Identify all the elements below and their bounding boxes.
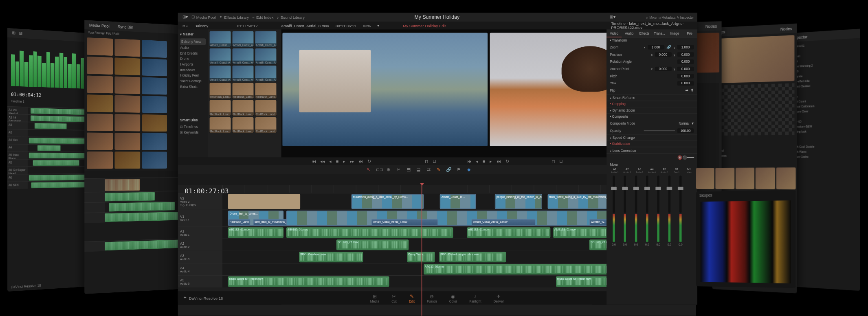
media-pool-toggle[interactable]: ⊡ Media Pool — [191, 15, 216, 20]
brand-label: ✦ DaVinci Resolve 18 — [183, 296, 223, 300]
checker-viewer — [714, 83, 795, 136]
audio-meters — [7, 37, 92, 92]
marker-icon[interactable]: ◆ — [466, 167, 472, 172]
color-clip-strip[interactable] — [696, 167, 796, 189]
section-transform[interactable]: • Transform — [607, 37, 697, 43]
tab-cut[interactable]: ✂Cut — [391, 293, 397, 303]
fusion-viewer — [714, 35, 795, 83]
mixer-panel[interactable]: 0.0 0.0 0.0 0.0 0.0 0.0 0.0 — [607, 173, 697, 248]
dynamic-trim-icon[interactable]: ⊕ — [386, 167, 391, 172]
razor-icon[interactable]: ✎ — [436, 167, 442, 172]
link-icon[interactable]: 🔗 — [446, 167, 452, 172]
tab-edit[interactable]: ✎Edit — [409, 293, 415, 303]
layout-menu-icon[interactable]: ⊞▾ — [182, 15, 188, 20]
clip-thumb[interactable] — [210, 31, 231, 46]
insert-icon[interactable]: ⬒ — [406, 167, 411, 172]
stop-icon[interactable]: ■ — [336, 159, 339, 164]
fairlight-window: ⊞⊟ 01:00:04:12 Timeline 1 A1 VO Neutral … — [7, 28, 92, 292]
media-pool-thumbs[interactable] — [208, 29, 281, 157]
dim-icon[interactable]: ⚫ — [682, 156, 687, 160]
sound-library-toggle[interactable]: ♪ Sound Library — [277, 15, 305, 20]
source-tc: 01:11:58:12 — [237, 24, 257, 28]
step-back-icon[interactable]: ◂◂ — [320, 159, 325, 164]
bin-list[interactable]: ▾ Master Balcony View Audio End Credits … — [178, 29, 208, 157]
cut-window: Media PoolSync Bin Your Footage Feb / Pa… — [84, 20, 180, 294]
match-frame-icon[interactable]: ⊓ — [552, 159, 555, 164]
step-fwd-icon[interactable]: ▸▸ — [350, 159, 354, 164]
play-icon[interactable]: ▸ — [343, 159, 345, 164]
replace-icon[interactable]: ⇄ — [426, 167, 432, 172]
edit-index-toggle[interactable]: ≡ Edit Index — [252, 15, 273, 20]
mute-icon[interactable]: 🔇 — [677, 156, 682, 160]
trim-tool-icon[interactable]: ⊏⊐ — [376, 167, 382, 172]
play-reverse-icon[interactable]: ◂ — [329, 159, 331, 164]
scopes-panel[interactable]: Scopes — [696, 190, 796, 288]
tab-media[interactable]: ⊞Media — [370, 293, 379, 303]
effects-library-toggle[interactable]: ✦ Effects Library — [219, 15, 249, 20]
overwrite-icon[interactable]: ⬓ — [416, 167, 422, 172]
blade-tool-icon[interactable]: ✂ — [396, 167, 402, 172]
loop-icon[interactable]: ↻ — [367, 159, 371, 164]
cut-thumbs[interactable] — [84, 35, 180, 171]
inspector-tab-video[interactable]: Video — [607, 29, 622, 37]
tab-fusion[interactable]: ⊚Fusion — [427, 293, 437, 303]
tab-deliver[interactable]: ✈Deliver — [493, 293, 503, 303]
timeline-clip-name: My Summer Holiday Edit — [403, 24, 446, 28]
playhead[interactable] — [422, 185, 422, 316]
selection-tool-icon[interactable]: ↖ — [366, 167, 371, 172]
tab-fairlight[interactable]: ♪Fairlight — [469, 293, 481, 303]
inspector-panel: ⊞▾⎚ Mixer ⊡ Metadata ✎ Inspector Timelin… — [607, 13, 697, 305]
inspector-window-right: Inspector Version 01 Default Input Hyper… — [787, 29, 860, 291]
prev-clip-icon[interactable]: ⏮ — [312, 159, 316, 164]
zoom-x-field[interactable]: 1.000 — [648, 45, 664, 49]
source-clip-name: Amalfi_Coast_Aerial_8.mov — [281, 24, 329, 28]
source-viewer[interactable] — [281, 29, 489, 157]
next-clip-icon[interactable]: ⏭ — [358, 159, 363, 164]
tab-color[interactable]: ◉Color — [449, 293, 457, 303]
flag-icon[interactable]: ⚑ — [456, 167, 461, 172]
